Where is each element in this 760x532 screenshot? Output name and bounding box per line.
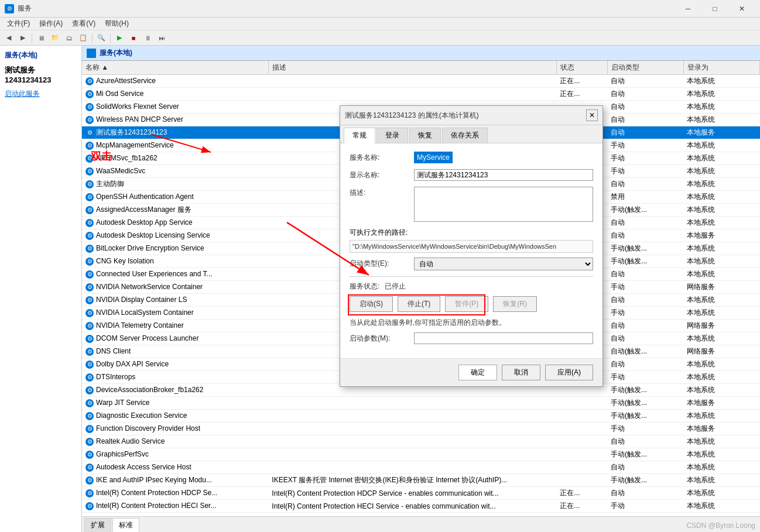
menu-file[interactable]: 文件(F) — [2, 18, 35, 30]
service-name: Realtek Audio Service — [96, 437, 165, 445]
service-logon: 本地系统 — [683, 435, 759, 448]
service-desc — [268, 435, 556, 448]
toolbar-back[interactable]: ◀ — [2, 32, 15, 44]
start-type-select[interactable]: 自动 手动 禁用 自动(延迟启动) — [414, 258, 593, 270]
service-desc: Intel(R) Content Protection HDCP Service… — [268, 487, 556, 500]
toolbar-btn4[interactable]: 📋 — [77, 32, 90, 44]
dialog-tab-dependencies[interactable]: 依存关系 — [442, 128, 488, 143]
menu-action[interactable]: 操作(A) — [35, 18, 67, 30]
menu-view[interactable]: 查看(V) — [67, 18, 100, 30]
service-logon: 本地系统 — [683, 217, 759, 229]
service-logon: 网络服务 — [683, 320, 759, 332]
service-logon: 本地系统 — [683, 255, 759, 268]
start-param-input[interactable] — [414, 332, 593, 344]
service-name: Diagnostic Execution Service — [96, 411, 187, 420]
col-name[interactable]: 名称 ▲ — [82, 61, 268, 75]
tab-standard[interactable]: 标准 — [112, 518, 139, 532]
service-logon: 本地系统 — [683, 384, 759, 397]
service-start-type: 自动 — [607, 75, 683, 88]
dialog-tab-logon[interactable]: 登录 — [376, 128, 408, 143]
dialog-close-button[interactable]: ✕ — [586, 109, 598, 121]
display-name-input[interactable] — [414, 169, 593, 181]
table-row[interactable]: ⚙Intel(R) Content Protection HDCP Se...I… — [82, 487, 760, 500]
service-icon: ⚙ — [85, 167, 94, 176]
toolbar-stop[interactable]: ■ — [127, 32, 140, 44]
maximize-button[interactable]: □ — [701, 0, 728, 18]
service-desc: IKEEXT 服务托管 Internet 密钥交换(IKE)和身份验证 Inte… — [268, 474, 556, 487]
service-name: McpManagementService — [96, 141, 174, 149]
service-start-type: 自动 — [607, 320, 683, 332]
col-status[interactable]: 状态 — [556, 61, 607, 75]
start-service-button[interactable]: 启动(S) — [350, 296, 393, 312]
service-start-type: 手动(触发... — [607, 242, 683, 255]
table-row[interactable]: ⚙Autodesk Access Service Host自动本地系统 — [82, 461, 760, 474]
ok-button[interactable]: 确定 — [458, 365, 497, 380]
table-row[interactable]: ⚙GraphicsPerfSvc手动(触发...本地系统 — [82, 448, 760, 461]
col-starttype[interactable]: 启动类型 — [607, 61, 683, 75]
toolbar-play[interactable]: ▶ — [113, 32, 126, 44]
start-param-hint: 当从此处启动服务时,你可指定所适用的启动参数。 — [350, 318, 593, 328]
table-row[interactable]: ⚙Mi Osd Service正在...自动本地系统 — [82, 88, 760, 101]
toolbar-forward[interactable]: ▶ — [16, 32, 29, 44]
service-start-type: 自动 — [607, 294, 683, 307]
service-status: 正在... — [556, 500, 607, 513]
service-logon: 本地系统 — [683, 461, 759, 474]
toolbar-btn3[interactable]: 🗂 — [63, 32, 76, 44]
table-row[interactable]: ⚙Realtek Audio Service自动本地系统 — [82, 435, 760, 448]
service-logon: 本地系统 — [683, 307, 759, 320]
service-name: DNS Client — [96, 347, 131, 355]
stop-service-button[interactable]: 停止(T) — [398, 296, 440, 312]
service-icon: ⚙ — [85, 438, 94, 446]
service-start-type: 手动 — [607, 281, 683, 294]
service-icon: ⚙ — [85, 335, 94, 343]
service-start-type: 自动 — [607, 126, 683, 139]
table-header-row: 名称 ▲ 描述 状态 启动类型 登录为 — [82, 61, 760, 75]
service-logon: 本地系统 — [683, 332, 759, 345]
dialog-tab-general[interactable]: 常规 — [344, 128, 375, 143]
table-row[interactable]: ⚙Diagnostic Execution Service手动(触发...本地系… — [82, 410, 760, 423]
service-start-type: 手动(触发... — [607, 410, 683, 423]
cancel-button[interactable]: 取消 — [502, 365, 540, 380]
service-icon: ⚙ — [85, 399, 94, 407]
service-name: Warp JIT Service — [96, 399, 149, 407]
table-row[interactable]: ⚙Intel(R) Content Protection HECI Ser...… — [82, 500, 760, 513]
menu-help[interactable]: 帮助(H) — [100, 18, 133, 30]
dialog-title-bar: 测试服务12431234123 的属性(本地计算机) ✕ — [340, 106, 602, 125]
col-logon[interactable]: 登录为 — [683, 61, 759, 75]
toolbar-up[interactable]: 📁 — [49, 32, 61, 44]
close-button[interactable]: ✕ — [728, 0, 755, 18]
toolbar-show-all[interactable]: 🖥 — [35, 32, 47, 44]
pause-service-button[interactable]: 暂停(P) — [445, 296, 488, 312]
service-icon: ⚙ — [85, 348, 94, 356]
service-name: DCOM Server Process Launcher — [96, 334, 198, 342]
service-status: 正在... — [556, 75, 607, 88]
table-row[interactable]: ⚙Function Discovery Provider Host手动本地服务 — [82, 423, 760, 435]
minimize-button[interactable]: ─ — [675, 0, 701, 18]
description-label: 描述: — [350, 187, 414, 198]
service-name: AssignedAccessManager 服务 — [96, 205, 191, 214]
dialog-tab-recovery[interactable]: 恢复 — [409, 128, 441, 143]
service-logon: 本地服务 — [683, 423, 759, 435]
service-properties-dialog: 测试服务12431234123 的属性(本地计算机) ✕ 常规 登录 恢复 依存… — [340, 105, 603, 387]
resume-service-button[interactable]: 恢复(R) — [493, 296, 537, 312]
toolbar-pause[interactable]: ⏸ — [141, 32, 154, 44]
table-row[interactable]: ⚙IKE and AuthIP IPsec Keying Modu...IKEE… — [82, 474, 760, 487]
table-row[interactable]: ⚙Warp JIT Service手动(触发...本地服务 — [82, 397, 760, 410]
service-icon: ⚙ — [85, 373, 94, 382]
service-name: WaaSMedicSvc — [96, 167, 145, 175]
col-desc[interactable]: 描述 — [268, 61, 556, 75]
description-textarea[interactable] — [414, 187, 593, 222]
apply-button[interactable]: 应用(A) — [545, 365, 593, 380]
tab-extend[interactable]: 扩展 — [84, 518, 111, 532]
toolbar-sep2 — [92, 33, 93, 43]
table-row[interactable]: ⚙AzureAttestService正在...自动本地系统 — [82, 75, 760, 88]
service-start-type: 自动 — [607, 332, 683, 345]
service-logon: 本地系统 — [683, 487, 759, 500]
toolbar-filter[interactable]: 🔍 — [95, 32, 108, 44]
start-param-label: 启动参数(M): — [350, 332, 414, 344]
start-service-link[interactable]: 启动此服务 — [5, 90, 40, 98]
service-start-type: 手动(触发... — [607, 474, 683, 487]
toolbar-restart[interactable]: ⏭ — [155, 32, 168, 44]
service-start-type: 自动 — [607, 114, 683, 126]
service-icon: ⚙ — [85, 155, 94, 163]
